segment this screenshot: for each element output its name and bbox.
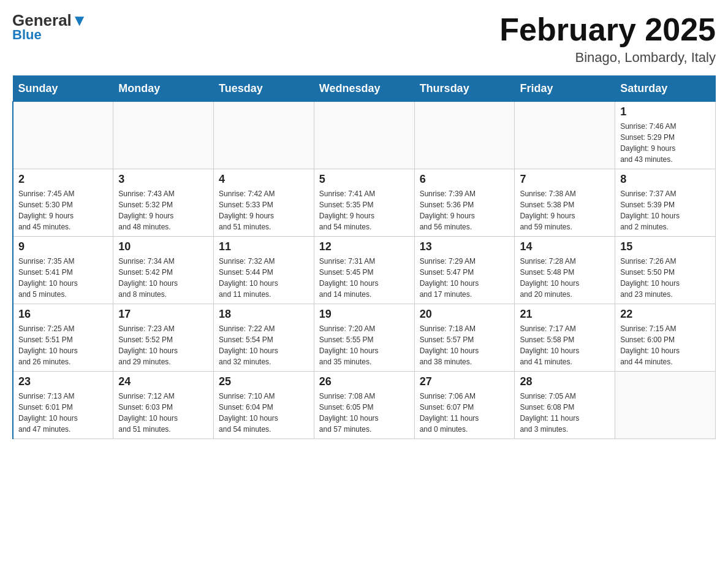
calendar-cell: 14Sunrise: 7:28 AMSunset: 5:48 PMDayligh… [515,237,615,304]
calendar-cell: 13Sunrise: 7:29 AMSunset: 5:47 PMDayligh… [414,237,515,304]
calendar-cell: 8Sunrise: 7:37 AMSunset: 5:39 PMDaylight… [615,169,716,237]
calendar-table: SundayMondayTuesdayWednesdayThursdayFrid… [12,75,716,439]
day-number: 25 [219,375,309,388]
day-number: 16 [18,308,108,321]
week-row-5: 23Sunrise: 7:13 AMSunset: 6:01 PMDayligh… [13,372,716,439]
calendar-cell [414,102,515,169]
day-info: Sunrise: 7:17 AMSunset: 5:58 PMDaylight:… [520,323,610,367]
day-info: Sunrise: 7:32 AMSunset: 5:44 PMDaylight:… [219,256,309,300]
day-number: 2 [18,173,108,186]
day-number: 12 [319,240,409,253]
day-info: Sunrise: 7:20 AMSunset: 5:55 PMDaylight:… [319,323,409,367]
day-info: Sunrise: 7:12 AMSunset: 6:03 PMDaylight:… [118,391,208,435]
day-info: Sunrise: 7:08 AMSunset: 6:05 PMDaylight:… [319,391,409,435]
day-info: Sunrise: 7:41 AMSunset: 5:35 PMDaylight:… [319,188,409,232]
calendar-cell: 23Sunrise: 7:13 AMSunset: 6:01 PMDayligh… [13,372,113,439]
calendar-cell: 27Sunrise: 7:06 AMSunset: 6:07 PMDayligh… [414,372,515,439]
calendar-cell: 12Sunrise: 7:31 AMSunset: 5:45 PMDayligh… [314,237,414,304]
day-info: Sunrise: 7:23 AMSunset: 5:52 PMDaylight:… [118,323,208,367]
day-info: Sunrise: 7:05 AMSunset: 6:08 PMDaylight:… [520,391,610,435]
day-info: Sunrise: 7:39 AMSunset: 5:36 PMDaylight:… [420,188,510,232]
calendar-cell: 20Sunrise: 7:18 AMSunset: 5:57 PMDayligh… [414,304,515,372]
calendar-header-row: SundayMondayTuesdayWednesdayThursdayFrid… [13,76,716,102]
day-info: Sunrise: 7:38 AMSunset: 5:38 PMDaylight:… [520,188,610,232]
calendar-cell: 28Sunrise: 7:05 AMSunset: 6:08 PMDayligh… [515,372,615,439]
logo-triangle-icon: ▼ [72,11,88,29]
day-number: 3 [118,173,208,186]
day-number: 28 [520,375,610,388]
day-number: 26 [319,375,409,388]
header-monday: Monday [113,76,214,102]
day-number: 6 [420,173,510,186]
calendar-cell: 18Sunrise: 7:22 AMSunset: 5:54 PMDayligh… [214,304,314,372]
day-number: 19 [319,308,409,321]
day-number: 17 [118,308,208,321]
day-number: 21 [520,308,610,321]
logo-blue-text: Blue [12,27,42,43]
calendar-cell: 26Sunrise: 7:08 AMSunset: 6:05 PMDayligh… [314,372,414,439]
day-number: 8 [620,173,710,186]
day-info: Sunrise: 7:26 AMSunset: 5:50 PMDaylight:… [620,256,710,300]
day-number: 11 [219,240,309,253]
calendar-cell: 9Sunrise: 7:35 AMSunset: 5:41 PMDaylight… [13,237,113,304]
logo-general-text: General▼ [12,12,88,28]
week-row-2: 2Sunrise: 7:45 AMSunset: 5:30 PMDaylight… [13,169,716,237]
calendar-cell: 3Sunrise: 7:43 AMSunset: 5:32 PMDaylight… [113,169,214,237]
day-number: 5 [319,173,409,186]
calendar-cell: 19Sunrise: 7:20 AMSunset: 5:55 PMDayligh… [314,304,414,372]
day-number: 14 [520,240,610,253]
day-info: Sunrise: 7:10 AMSunset: 6:04 PMDaylight:… [219,391,309,435]
day-number: 7 [520,173,610,186]
calendar-cell [515,102,615,169]
calendar-cell: 22Sunrise: 7:15 AMSunset: 6:00 PMDayligh… [615,304,716,372]
day-number: 4 [219,173,309,186]
day-info: Sunrise: 7:34 AMSunset: 5:42 PMDaylight:… [118,256,208,300]
day-number: 1 [620,105,710,118]
calendar-cell: 11Sunrise: 7:32 AMSunset: 5:44 PMDayligh… [214,237,314,304]
day-info: Sunrise: 7:25 AMSunset: 5:51 PMDaylight:… [18,323,108,367]
day-info: Sunrise: 7:42 AMSunset: 5:33 PMDaylight:… [219,188,309,232]
calendar-cell: 4Sunrise: 7:42 AMSunset: 5:33 PMDaylight… [214,169,314,237]
day-info: Sunrise: 7:45 AMSunset: 5:30 PMDaylight:… [18,188,108,232]
calendar-cell: 5Sunrise: 7:41 AMSunset: 5:35 PMDaylight… [314,169,414,237]
week-row-1: 1Sunrise: 7:46 AMSunset: 5:29 PMDaylight… [13,102,716,169]
day-info: Sunrise: 7:22 AMSunset: 5:54 PMDaylight:… [219,323,309,367]
day-number: 22 [620,308,710,321]
day-info: Sunrise: 7:15 AMSunset: 6:00 PMDaylight:… [620,323,710,367]
day-number: 23 [18,375,108,388]
day-info: Sunrise: 7:35 AMSunset: 5:41 PMDaylight:… [18,256,108,300]
calendar-cell: 2Sunrise: 7:45 AMSunset: 5:30 PMDaylight… [13,169,113,237]
calendar-cell [13,102,113,169]
calendar-cell: 16Sunrise: 7:25 AMSunset: 5:51 PMDayligh… [13,304,113,372]
calendar-cell [214,102,314,169]
calendar-cell [113,102,214,169]
logo: General▼ Blue [12,12,88,43]
calendar-cell: 15Sunrise: 7:26 AMSunset: 5:50 PMDayligh… [615,237,716,304]
header-sunday: Sunday [13,76,113,102]
calendar-cell: 21Sunrise: 7:17 AMSunset: 5:58 PMDayligh… [515,304,615,372]
day-info: Sunrise: 7:18 AMSunset: 5:57 PMDaylight:… [420,323,510,367]
day-number: 27 [420,375,510,388]
day-number: 13 [420,240,510,253]
day-number: 15 [620,240,710,253]
day-info: Sunrise: 7:46 AMSunset: 5:29 PMDaylight:… [620,121,710,165]
calendar-cell: 17Sunrise: 7:23 AMSunset: 5:52 PMDayligh… [113,304,214,372]
day-number: 24 [118,375,208,388]
page-header: General▼ Blue February 2025 Binago, Lomb… [12,12,716,66]
day-info: Sunrise: 7:37 AMSunset: 5:39 PMDaylight:… [620,188,710,232]
header-friday: Friday [515,76,615,102]
calendar-cell [314,102,414,169]
day-number: 10 [118,240,208,253]
header-saturday: Saturday [615,76,716,102]
calendar-cell: 6Sunrise: 7:39 AMSunset: 5:36 PMDaylight… [414,169,515,237]
day-number: 20 [420,308,510,321]
calendar-cell [615,372,716,439]
header-thursday: Thursday [414,76,515,102]
calendar-cell: 24Sunrise: 7:12 AMSunset: 6:03 PMDayligh… [113,372,214,439]
day-info: Sunrise: 7:29 AMSunset: 5:47 PMDaylight:… [420,256,510,300]
day-info: Sunrise: 7:43 AMSunset: 5:32 PMDaylight:… [118,188,208,232]
day-info: Sunrise: 7:31 AMSunset: 5:45 PMDaylight:… [319,256,409,300]
week-row-4: 16Sunrise: 7:25 AMSunset: 5:51 PMDayligh… [13,304,716,372]
header-wednesday: Wednesday [314,76,414,102]
title-section: February 2025 Binago, Lombardy, Italy [499,12,716,66]
